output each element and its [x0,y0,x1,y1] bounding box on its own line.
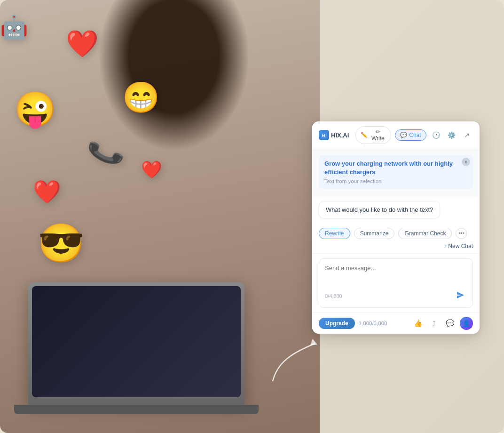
settings-button[interactable]: ⚙️ [446,128,457,142]
close-icon: × [465,160,467,165]
tongue-emoji: 😜 [14,89,56,129]
history-icon: 🕐 [432,131,440,139]
chat-button[interactable]: 💬 Chat [395,129,426,141]
more-chips-button[interactable]: ••• [456,228,467,239]
summarize-chip[interactable]: Summarize [354,228,395,239]
usage-text: 1,000/3,000 [359,321,408,326]
new-chat-label: New Chat [448,243,473,249]
message-input-wrapper: 0/4,800 [319,258,473,308]
laptop [28,282,244,405]
write-icon: ✏️ [361,132,368,138]
logo-area: H HIX.AI [319,130,349,140]
action-chips: Rewrite Summarize Grammar Check ••• [312,223,480,243]
message-text: What would you like to do with the text? [326,206,433,213]
write-label: ✏ Write [370,128,386,142]
avatar-icon: 👤 [463,320,470,327]
selected-text-content: Grow your charging network with our high… [324,160,467,176]
close-selected-button[interactable]: × [462,158,470,166]
rewrite-chip[interactable]: Rewrite [319,228,350,239]
chat-icon: 💬 [400,132,407,138]
grammar-check-chip-label: Grammar Check [404,230,446,237]
logo-text: HIX.AI [331,132,349,139]
send-button[interactable] [454,289,467,303]
summarize-chip-label: Summarize [360,230,389,237]
laptop-screen [32,286,241,397]
send-icon [456,291,465,301]
chat-label: Chat [409,132,421,138]
selected-text-box: × Grow your charging network with our hi… [319,155,473,189]
message-input-area: 0/4,800 [312,253,480,313]
share-button[interactable]: ⤴ [428,317,440,329]
rewrite-chip-label: Rewrite [325,230,344,237]
new-chat-icon: + [443,243,447,249]
heart-small2-emoji: ❤️ [141,160,162,180]
avatar-button[interactable]: 👤 [460,317,473,330]
input-footer: 0/4,800 [325,289,467,303]
upgrade-label: Upgrade [325,320,348,327]
curved-arrow [263,334,329,391]
sunglasses-emoji: 😎 [38,221,85,265]
message-input[interactable] [325,264,467,285]
bottom-icons: 👍 ⤴ 💬 👤 [412,317,473,330]
comment-button[interactable]: 💬 [444,317,456,329]
selected-text-label: Text from your selection [324,178,467,184]
history-button[interactable]: 🕐 [430,128,442,142]
settings-icon: ⚙️ [448,131,456,139]
chat-panel: H HIX.AI ✏️ ✏ Write 💬 Chat 🕐 ⚙️ ↗ [312,121,480,334]
laptop-base [14,405,259,414]
grin-emoji: 😁 [122,80,160,115]
message-bubble: What would you like to do with the text? [319,201,440,218]
svg-text:H: H [322,133,325,138]
more-icon: ••• [458,230,465,237]
chat-messages: What would you like to do with the text? [312,196,480,223]
write-button[interactable]: ✏️ ✏ Write [355,126,391,144]
robot-emoji: 🤖 [0,14,28,40]
new-chat-row: + New Chat [312,243,480,253]
external-link-button[interactable]: ↗ [461,128,473,142]
background: 🤖 😜 ❤️ 😁 📞 ❤️ ❤️ 😎 H HIX.AI [0,0,504,433]
panel-body: × Grow your charging network with our hi… [312,149,480,196]
char-count: 0/4,800 [325,293,342,299]
external-link-icon: ↗ [464,131,470,139]
bottom-bar: Upgrade 1,000/3,000 👍 ⤴ 💬 👤 [312,313,480,334]
comment-icon: 💬 [446,319,455,328]
like-button[interactable]: 👍 [412,317,424,329]
upgrade-button[interactable]: Upgrade [319,318,355,329]
new-chat-button[interactable]: + New Chat [443,243,473,249]
heart-circle-emoji: ❤️ [66,28,99,59]
panel-header: H HIX.AI ✏️ ✏ Write 💬 Chat 🕐 ⚙️ ↗ [312,121,480,149]
grammar-check-chip[interactable]: Grammar Check [398,228,452,239]
heart-small-emoji: ❤️ [33,179,61,205]
like-icon: 👍 [414,319,423,328]
share-icon: ⤴ [432,320,436,328]
logo-icon: H [319,130,329,140]
